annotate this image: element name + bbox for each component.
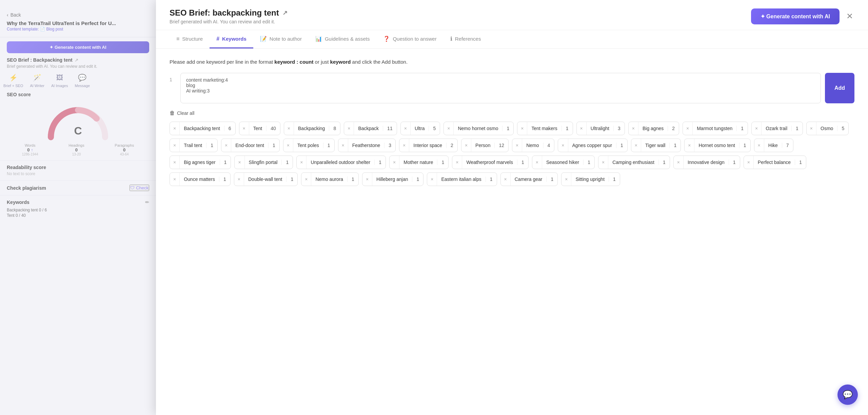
- tab-keywords[interactable]: # Keywords: [210, 30, 253, 48]
- keywords-sidebar-title: Keywords ✏: [7, 200, 149, 205]
- tag-remove-btn[interactable]: ×: [344, 122, 354, 135]
- tag-remove-btn[interactable]: ×: [301, 173, 311, 186]
- sidebar-nav-brief-seo[interactable]: ⚡ Brief + SEO: [3, 73, 23, 88]
- tag-remove-btn[interactable]: ×: [577, 122, 587, 135]
- keywords-tab-icon: #: [216, 36, 219, 42]
- tag-count: 1: [206, 143, 217, 148]
- tag-remove-btn[interactable]: ×: [170, 122, 180, 135]
- tag-text: Big agnes tiger: [180, 160, 220, 165]
- modal-title-area: SEO Brief: backpacking tent ↗ Brief gene…: [170, 8, 288, 24]
- keyword-tag: ×Tiger wall1: [631, 139, 681, 152]
- tag-remove-btn[interactable]: ×: [685, 139, 694, 152]
- tag-count: 3: [614, 126, 625, 131]
- tag-remove-btn[interactable]: ×: [170, 156, 180, 169]
- tab-references[interactable]: ℹ References: [443, 30, 488, 48]
- tag-count: 1: [562, 126, 573, 131]
- tag-remove-btn[interactable]: ×: [512, 139, 522, 152]
- tag-count: 11: [383, 126, 397, 131]
- tag-count: 1: [282, 160, 293, 165]
- tag-count: 1: [609, 177, 620, 182]
- tag-count: 2: [447, 143, 457, 148]
- tag-remove-btn[interactable]: ×: [598, 156, 608, 169]
- tag-remove-btn[interactable]: ×: [234, 173, 244, 186]
- seo-brief-title: SEO Brief : Backpacking tent ↗: [7, 57, 149, 63]
- tag-remove-btn[interactable]: ×: [444, 122, 454, 135]
- keyword-tag: ×Hilleberg anjan1: [362, 172, 423, 186]
- tag-count: 7: [782, 143, 793, 148]
- tag-count: 3: [384, 143, 395, 148]
- keywords-grid: ×Backpacking tent6×Tent40×Backpacking8×B…: [170, 122, 854, 186]
- trash-icon: 🗑: [170, 110, 175, 116]
- tag-remove-btn[interactable]: ×: [297, 156, 307, 169]
- tag-remove-btn[interactable]: ×: [807, 122, 816, 135]
- chat-bubble[interactable]: 💬: [837, 385, 858, 405]
- tag-remove-btn[interactable]: ×: [170, 173, 180, 186]
- tag-remove-btn[interactable]: ×: [390, 156, 399, 169]
- stat-words: Words 0 ↑ 1286-1944: [22, 143, 38, 156]
- tag-text: Seasoned hiker: [542, 160, 584, 165]
- tag-remove-btn[interactable]: ×: [284, 122, 294, 135]
- tag-text: Big agnes: [638, 126, 668, 131]
- modal-title: SEO Brief: backpacking tent ↗: [170, 8, 288, 18]
- modal-header-actions: ✦ Generate content with AI ✕: [751, 8, 854, 24]
- tag-remove-btn[interactable]: ×: [558, 139, 568, 152]
- sidebar-nav-ai-writer[interactable]: 🪄 AI Writer: [30, 73, 44, 88]
- tab-structure[interactable]: ≡ Structure: [170, 30, 210, 48]
- tag-remove-btn[interactable]: ×: [754, 139, 764, 152]
- modal-title-link-icon[interactable]: ↗: [282, 9, 288, 17]
- tag-count: 5: [429, 126, 440, 131]
- tab-guidelines[interactable]: 📊 Guidelines & assets: [309, 30, 377, 48]
- keyword-tag: ×Backpacking tent6: [170, 122, 236, 135]
- clear-all-btn[interactable]: 🗑 Clear all: [170, 110, 194, 116]
- tag-remove-btn[interactable]: ×: [561, 173, 571, 186]
- back-label: Back: [11, 12, 21, 18]
- sidebar-nav-ai-images[interactable]: 🖼 AI Images: [51, 73, 68, 88]
- tag-remove-btn[interactable]: ×: [674, 156, 684, 169]
- gauge-grade: C: [74, 125, 82, 137]
- back-button[interactable]: ‹ Back: [7, 12, 149, 18]
- keyword-tag: ×Person12: [461, 139, 509, 152]
- keyword-textarea[interactable]: content marketing:4 blog AI writing:3: [180, 73, 821, 103]
- keyword-tag: ×Innovative design1: [673, 155, 740, 169]
- tag-remove-btn[interactable]: ×: [338, 139, 348, 152]
- tag-remove-btn[interactable]: ×: [239, 122, 249, 135]
- modal-close-btn[interactable]: ✕: [845, 10, 854, 22]
- tag-remove-btn[interactable]: ×: [517, 122, 527, 135]
- keyword-tag: ×Osmo5: [806, 122, 849, 135]
- tag-remove-btn[interactable]: ×: [532, 156, 542, 169]
- tag-text: Trail tent: [180, 143, 206, 148]
- tag-remove-btn[interactable]: ×: [501, 173, 511, 186]
- tag-count: 1: [219, 177, 230, 182]
- tag-text: Nemo hornet osmo: [454, 126, 502, 131]
- tag-remove-btn[interactable]: ×: [401, 122, 411, 135]
- tag-remove-btn[interactable]: ×: [452, 156, 462, 169]
- keyword-tag: ×Sitting upright1: [561, 172, 620, 186]
- tag-remove-btn[interactable]: ×: [235, 156, 244, 169]
- tag-remove-btn[interactable]: ×: [683, 122, 693, 135]
- tag-remove-btn[interactable]: ×: [631, 139, 641, 152]
- check-plagiarism-btn[interactable]: 🛡 Check: [130, 185, 149, 191]
- tag-remove-btn[interactable]: ×: [427, 173, 437, 186]
- tag-remove-btn[interactable]: ×: [752, 122, 762, 135]
- keyword-tag: ×Nemo4: [512, 139, 554, 152]
- sidebar-generate-btn[interactable]: ✦ Generate content with AI: [7, 41, 149, 53]
- tab-note-to-author[interactable]: 📝 Note to author: [253, 30, 309, 48]
- tag-remove-btn[interactable]: ×: [362, 173, 372, 186]
- modal-generate-btn[interactable]: ✦ Generate content with AI: [751, 8, 840, 24]
- tag-count: 12: [495, 143, 508, 148]
- tag-remove-btn[interactable]: ×: [399, 139, 409, 152]
- tabs-bar: ≡ Structure # Keywords 📝 Note to author …: [156, 30, 868, 49]
- tag-text: Backpack: [354, 126, 383, 131]
- tag-remove-btn[interactable]: ×: [170, 139, 180, 152]
- tag-remove-btn[interactable]: ×: [744, 156, 754, 169]
- tab-question[interactable]: ❓ Question to answer: [376, 30, 443, 48]
- tag-remove-btn[interactable]: ×: [461, 139, 471, 152]
- keywords-edit-icon[interactable]: ✏: [145, 200, 149, 205]
- keyword-tag: ×Slingfin portal1: [234, 155, 293, 169]
- tag-remove-btn[interactable]: ×: [221, 139, 231, 152]
- tag-text: Innovative design: [684, 160, 729, 165]
- tag-remove-btn[interactable]: ×: [629, 122, 638, 135]
- tag-remove-btn[interactable]: ×: [283, 139, 293, 152]
- add-keyword-btn[interactable]: Add: [825, 73, 854, 103]
- sidebar-nav-message[interactable]: 💬 Message: [75, 73, 90, 88]
